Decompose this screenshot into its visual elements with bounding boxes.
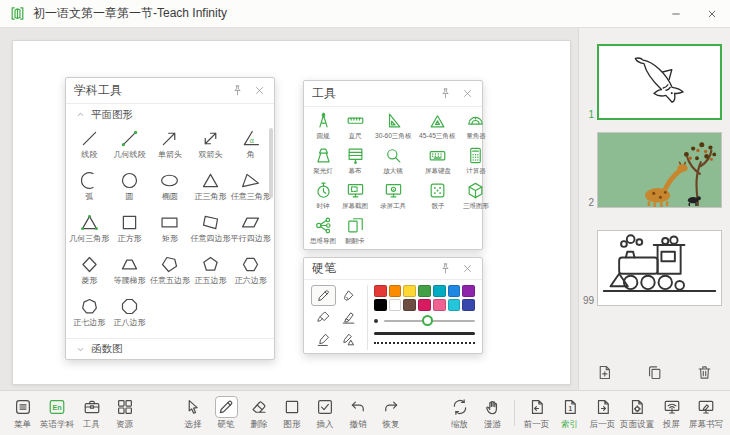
minimize-button[interactable]	[658, 0, 694, 27]
shape-reg-hexagon[interactable]: 正六边形	[231, 251, 271, 293]
close-button[interactable]	[694, 0, 730, 27]
shape-geo-triangle[interactable]: 几何三角形	[69, 209, 109, 251]
pen-color-swatch-10[interactable]	[418, 299, 431, 311]
pen-line[interactable]	[311, 329, 336, 350]
tool-clock[interactable]: 时钟	[307, 179, 339, 214]
shape-rectangle[interactable]: 矩形	[150, 209, 190, 251]
dotted-line-style[interactable]	[374, 342, 475, 344]
shape-circle[interactable]: 圆	[109, 167, 149, 209]
tool-calculator[interactable]: 计算器	[460, 144, 492, 179]
tool-flip-card[interactable]: 翻翻卡	[339, 214, 371, 249]
undo-button[interactable]: 撤销	[342, 396, 375, 431]
shape-reg-octagon[interactable]: 正八边形	[109, 293, 149, 335]
pen-color-swatch-6[interactable]	[462, 285, 475, 297]
slider-knob[interactable]	[422, 315, 433, 326]
scrollbar-thumb[interactable]	[269, 128, 273, 198]
shape-isosceles-trapezoid[interactable]: 等腰梯形	[109, 251, 149, 293]
pen-color-swatch-13[interactable]	[462, 299, 475, 311]
close-icon[interactable]	[253, 84, 266, 97]
tools-button[interactable]: 工具	[75, 396, 108, 431]
index-button[interactable]: 1索引	[553, 396, 586, 431]
screen-write-button[interactable]: 屏幕书写	[688, 396, 724, 431]
cast-button[interactable]: 投屏	[655, 396, 688, 431]
delete-page-button[interactable]	[680, 364, 730, 381]
hard-pen-button[interactable]: 硬笔	[210, 396, 243, 431]
english-subject-button[interactable]: En英语学科	[39, 396, 75, 431]
tool-triangle-45-45[interactable]: 45-45三角板	[415, 109, 459, 144]
zoom-button[interactable]: 缩放	[443, 396, 476, 431]
tool-triangle-30-60[interactable]: 30-60三角板	[371, 109, 415, 144]
roam-button[interactable]: 漫游	[476, 396, 509, 431]
shape-any-triangle[interactable]: 任意三角形	[231, 167, 271, 209]
pen-writing[interactable]	[337, 285, 362, 306]
slider-track[interactable]	[384, 320, 475, 322]
resources-button[interactable]: 资源	[108, 396, 141, 431]
close-icon[interactable]	[461, 87, 474, 100]
pen-color-swatch-0[interactable]	[374, 285, 387, 297]
next-page-button[interactable]: 后一页	[586, 396, 619, 431]
select-button[interactable]: 选择	[177, 396, 210, 431]
panel-scrollbar[interactable]	[269, 128, 273, 335]
plane-shapes-section[interactable]: 平面图形	[66, 104, 274, 125]
shape-line-segment[interactable]: 线段	[69, 125, 109, 167]
pin-icon[interactable]	[439, 87, 452, 100]
pen-pencil[interactable]	[311, 285, 336, 306]
shape-ellipse[interactable]: 椭圆	[150, 167, 190, 209]
pen-color-swatch-5[interactable]	[448, 285, 461, 297]
pen-color-swatch-8[interactable]	[389, 299, 402, 311]
shape-angle[interactable]: α角	[231, 125, 271, 167]
pen-highlighter[interactable]	[337, 307, 362, 328]
pin-icon[interactable]	[231, 84, 244, 97]
shape-reg-pentagon[interactable]: 正五边形	[190, 251, 230, 293]
tool-curtain[interactable]: 幕布	[339, 144, 371, 179]
tool-spotlight[interactable]: 聚光灯	[307, 144, 339, 179]
tool-screen-keyboard[interactable]: 屏幕键盘	[415, 144, 459, 179]
shape-button[interactable]: 图形	[276, 396, 309, 431]
insert-button[interactable]: 插入	[309, 396, 342, 431]
shape-arc[interactable]: 弧	[69, 167, 109, 209]
tool-magnifier[interactable]: 放大镜	[371, 144, 415, 179]
shape-any-pentagon[interactable]: 任意五边形	[150, 251, 190, 293]
pen-color-swatch-12[interactable]	[448, 299, 461, 311]
pen-brush[interactable]	[311, 307, 336, 328]
tool-ruler[interactable]: 直尺	[339, 109, 371, 144]
tool-protractor[interactable]: 量角器	[460, 109, 492, 144]
delete-button[interactable]: 删除	[243, 396, 276, 431]
slide-thumbnail-1[interactable]	[597, 44, 722, 120]
shape-eq-triangle[interactable]: 正三角形	[190, 167, 230, 209]
tool-mind-map[interactable]: 思维导图	[307, 214, 339, 249]
pin-icon[interactable]	[439, 262, 452, 275]
pen-color-swatch-1[interactable]	[389, 285, 402, 297]
new-page-button[interactable]	[579, 364, 629, 381]
pen-shape[interactable]	[337, 329, 362, 350]
tool-three-d-shapes[interactable]: 三维图形	[460, 179, 492, 214]
close-icon[interactable]	[461, 262, 474, 275]
page-settings-button[interactable]: 页面设置	[619, 396, 655, 431]
redo-button[interactable]: 恢复	[375, 396, 408, 431]
shape-parallelogram[interactable]: 平行四边形	[231, 209, 271, 251]
solid-line-style[interactable]	[374, 332, 475, 335]
shape-geo-line-segment[interactable]: 几何线段	[109, 125, 149, 167]
shape-double-arrow[interactable]: 双箭头	[190, 125, 230, 167]
menu-button[interactable]: 菜单	[6, 396, 39, 431]
slide-thumbnail-2[interactable]	[597, 132, 722, 208]
tool-screen-record[interactable]: 录屏工具	[371, 179, 415, 214]
prev-page-button[interactable]: 前一页	[520, 396, 553, 431]
shape-any-quad[interactable]: 任意四边形	[190, 209, 230, 251]
pen-color-swatch-3[interactable]	[418, 285, 431, 297]
shape-reg-heptagon[interactable]: 正七边形	[69, 293, 109, 335]
pen-color-swatch-4[interactable]	[433, 285, 446, 297]
tool-compass[interactable]: 圆规	[307, 109, 339, 144]
copy-page-button[interactable]	[629, 364, 679, 381]
pen-color-swatch-11[interactable]	[433, 299, 446, 311]
pen-size-slider[interactable]	[374, 314, 475, 327]
pen-color-swatch-7[interactable]	[374, 299, 387, 311]
shape-square[interactable]: 正方形	[109, 209, 149, 251]
shape-single-arrow[interactable]: 单箭头	[150, 125, 190, 167]
shape-rhombus[interactable]: 菱形	[69, 251, 109, 293]
tool-dice[interactable]: 骰子	[415, 179, 459, 214]
pen-color-swatch-2[interactable]	[403, 285, 416, 297]
function-graph-section[interactable]: 函数图	[66, 338, 274, 359]
tool-screen-capture[interactable]: 屏幕截图	[339, 179, 371, 214]
pen-color-swatch-9[interactable]	[403, 299, 416, 311]
